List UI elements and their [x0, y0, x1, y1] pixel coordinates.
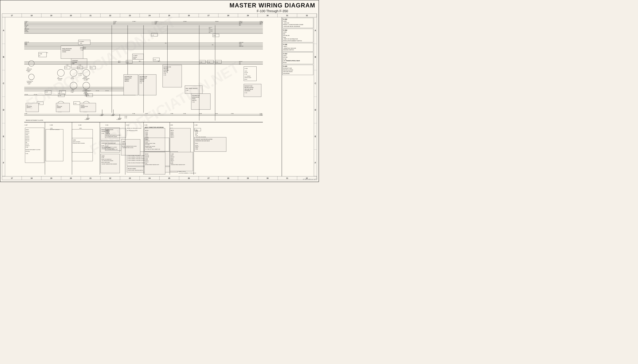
svg-text:ENGINE: ENGINE — [84, 77, 87, 78]
svg-text:SWITCH: SWITCH — [124, 80, 129, 82]
svg-text:FUEL: FUEL — [71, 77, 74, 78]
ruler-top-18: 18 — [22, 14, 42, 17]
svg-text:EXHAUST GAS RECIRCULATING: EXHAUST GAS RECIRCULATING — [195, 139, 212, 140]
oil-pressure-switch: OIL PRESSURE SWITCH — [26, 103, 39, 112]
row-label-right-A: A — [314, 17, 317, 44]
svg-text:932 BL: 932 BL — [171, 132, 174, 133]
svg-text:EXHAUST GAS: EXHAUST GAS — [244, 86, 252, 86]
svg-text:57 BK: 57 BK — [145, 133, 148, 134]
legend-c333-items: 14285 ○ 344 R-W FRONT L.H.SIDE ROCKER CO… — [283, 20, 313, 27]
svg-text:C-329: C-329 — [171, 154, 174, 155]
svg-text:C-353: C-353 — [122, 141, 125, 142]
svg-text:DISTRIBUTOR: DISTRIBUTOR — [192, 95, 200, 96]
svg-text:16 R-GR: 16 R-GR — [145, 155, 149, 156]
svg-text:994: 994 — [195, 134, 197, 135]
svg-text:NOTE: CONNECTORS ARE BROWN: NOTE: CONNECTORS ARE BROWN — [145, 127, 164, 128]
svg-text:-401: -401 — [25, 27, 27, 28]
svg-text:G-302   IN 10B942, ATTACHED TO: G-302 IN 10B942, ATTACHED TO C.V. UNIT — [128, 156, 147, 158]
oil-pressure-lamp: OIL PRESSURE WARNING LAMP — [26, 60, 34, 72]
svg-text:16 R-GR: 16 R-GR — [145, 156, 149, 158]
svg-text:9E724: 9E724 — [171, 155, 173, 156]
svg-text:APRON, REAR: APRON, REAR — [244, 77, 251, 78]
svg-text:P.C.: P.C. — [165, 43, 167, 44]
svg-text:2.5 AMPS.: 2.5 AMPS. — [133, 55, 138, 56]
main-title: MASTER WIRING DIAGRAM — [229, 2, 315, 9]
svg-text:31 W-M: 31 W-M — [78, 74, 82, 76]
svg-text:AMB: AMB — [80, 43, 82, 44]
svg-text:932 BL: 932 BL — [195, 145, 198, 146]
svg-text:394 Y: 394 Y — [139, 61, 141, 62]
svg-text:C-304: C-304 — [124, 116, 127, 117]
svg-text:C-312: C-312 — [78, 67, 80, 68]
svg-text:C-309: C-309 — [102, 145, 104, 146]
svg-text:33: 33 — [25, 24, 26, 24]
legend-c415: C-415 EXHAUST GAS RECIRCULATING VACUUM V… — [282, 65, 313, 75]
legend-c335-title: C-335 — [283, 44, 313, 45]
svg-text:206: 206 — [86, 79, 88, 80]
svg-text:ALTERNATOR: ALTERNATOR — [27, 81, 33, 82]
svg-text:32 V: 32 V — [239, 25, 241, 26]
svg-text:932 BL: 932 BL — [171, 134, 174, 135]
svg-text:ENGINE: ENGINE — [81, 105, 84, 106]
svg-text:32 BL: 32 BL — [25, 22, 27, 23]
c414-connector: C-414 14421 673 GR 57 BK L.H. FENDER APR… — [244, 66, 256, 81]
svg-text:57 BK: 57 BK — [231, 113, 234, 114]
svg-text:(WITHOUT GAUGES): (WITHOUT GAUGES) — [50, 129, 59, 130]
svg-text:640 R-Y: 640 R-Y — [239, 61, 242, 62]
svg-text:AMBIENT: AMBIENT — [124, 79, 129, 80]
svg-text:57 BK: 57 BK — [171, 162, 173, 162]
svg-text:98 BK: 98 BK — [239, 43, 242, 44]
svg-text:57 BK: 57 BK — [124, 118, 127, 118]
s401-splice: S-401 — [213, 34, 219, 37]
row-label-left-E: E — [2, 123, 5, 150]
9e727-box: 9E727 932 BL 932 BL 932 BL 640 R-Y 640 R… — [170, 128, 190, 152]
ruler-top-26: 26 — [179, 14, 199, 17]
svg-text:MODULATOR: MODULATOR — [192, 96, 199, 98]
ford-official-attribution: FORDofficial.NET — [303, 178, 317, 180]
svg-text:SWITCH: SWITCH — [27, 107, 31, 108]
svg-text:10B942: 10B942 — [106, 130, 109, 130]
svg-text:640 R-Y: 640 R-Y — [195, 146, 199, 147]
svg-text:Brown: Brown — [195, 143, 198, 144]
ruler-top-28: 28 — [218, 14, 238, 17]
svg-text:WARNING: WARNING — [27, 82, 32, 83]
oil-pressure-sender: OIL PRESSURE SENDER — [56, 103, 70, 112]
svg-text:C-414: C-414 — [244, 68, 248, 69]
svg-text:37 BK-Y: 37 BK-Y — [25, 21, 28, 22]
svg-rect-156 — [78, 40, 90, 45]
svg-text:14401: 14401 — [79, 128, 82, 129]
svg-text:UNIT: UNIT — [72, 63, 75, 64]
c308-radio-bottom: RADIO SUPPRESSION CHOKE C-308 — [101, 128, 120, 140]
svg-text:60 BK-W: 60 BK-W — [106, 131, 110, 132]
svg-text:MIDSHIP Rff AFT TANK: MIDSHIP Rff AFT TANK — [145, 143, 155, 144]
ruler-bottom: 17181920212223242526272829303132 — [2, 176, 317, 180]
svg-text:57 BK: 57 BK — [133, 113, 135, 114]
row-label-left-A: A — [2, 17, 5, 44]
svg-text:37 BK-Y: 37 BK-Y — [239, 21, 243, 22]
svg-text:Brown: Brown — [244, 79, 247, 80]
svg-text:C-327: C-327 — [153, 59, 156, 60]
svg-text:ENGINE SPEED SENSOR UNIT: ENGINE SPEED SENSOR UNIT — [145, 164, 159, 165]
row-label-right-C: C — [314, 70, 317, 97]
c415-box: EXHAUST GAS RECIRCULATING VACUUM VALVE S… — [244, 84, 261, 97]
svg-text:• OIL PRESSURE GAUGE: • OIL PRESSURE GAUGE — [106, 136, 117, 137]
svg-text:• TEMPERATURE GAUGE: • TEMPERATURE GAUGE — [122, 147, 133, 148]
svg-text:C-313: C-313 — [90, 67, 93, 68]
svg-text:C-220: C-220 — [78, 124, 82, 126]
ruler-bottom-18: 18 — [22, 176, 42, 180]
subtitle: F-100 Through F-350 — [229, 9, 315, 13]
svg-text:57 BK: 57 BK — [183, 113, 186, 114]
svg-text:MODULATOR: MODULATOR — [124, 78, 132, 79]
ruler-bottom-30: 30 — [258, 176, 277, 180]
svg-text:C-208: C-208 — [81, 50, 83, 50]
eng-speed-sensor: ENG. SPEED SENSOR C-328 — [185, 86, 202, 94]
svg-text:F-350: F-350 — [71, 92, 73, 93]
svg-text:P.C.: P.C. — [212, 44, 214, 45]
svg-text:37 BK-Y: 37 BK-Y — [155, 21, 158, 22]
svg-text:57 BK: 57 BK — [145, 142, 148, 143]
legend-panel: C-333 14285 ○ 344 R-W FRONT L.H.SIDE ROC… — [282, 17, 314, 176]
svg-text:• ENGINE SPEED SENSOR UNIT: • ENGINE SPEED SENSOR UNIT — [171, 164, 185, 165]
svg-text:• FUEL GAUGE: • FUEL GAUGE — [145, 147, 152, 148]
svg-text:C-310: C-310 — [74, 103, 77, 104]
row-label-right-D: D — [314, 97, 317, 123]
